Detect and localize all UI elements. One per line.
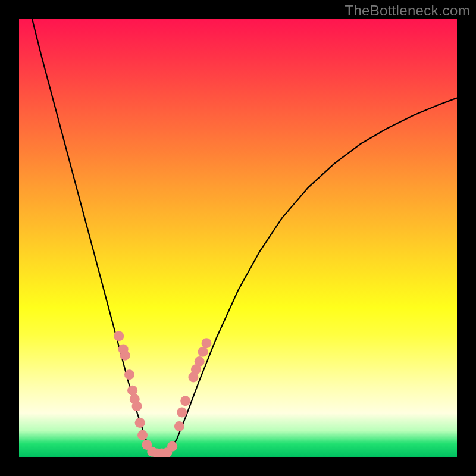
scatter-point	[135, 418, 145, 428]
curve-right-path	[159, 98, 457, 456]
watermark-text: TheBottleneck.com	[345, 2, 470, 19]
scatter-point	[202, 338, 212, 348]
scatter-point	[114, 331, 124, 341]
scatter-dots	[114, 331, 211, 457]
scatter-point	[174, 421, 184, 431]
chart-frame: TheBottleneck.com	[0, 0, 476, 476]
scatter-point	[124, 369, 134, 380]
scatter-point	[120, 350, 130, 361]
scatter-point	[131, 401, 142, 411]
scatter-point	[195, 356, 205, 367]
chart-svg	[19, 19, 457, 457]
scatter-point	[167, 441, 177, 452]
scatter-point	[177, 407, 187, 417]
scatter-point	[198, 347, 208, 357]
scatter-point	[137, 430, 148, 440]
plot-area	[19, 19, 457, 457]
curve-left-path	[32, 19, 159, 456]
scatter-point	[180, 396, 190, 406]
scatter-point	[127, 386, 137, 396]
